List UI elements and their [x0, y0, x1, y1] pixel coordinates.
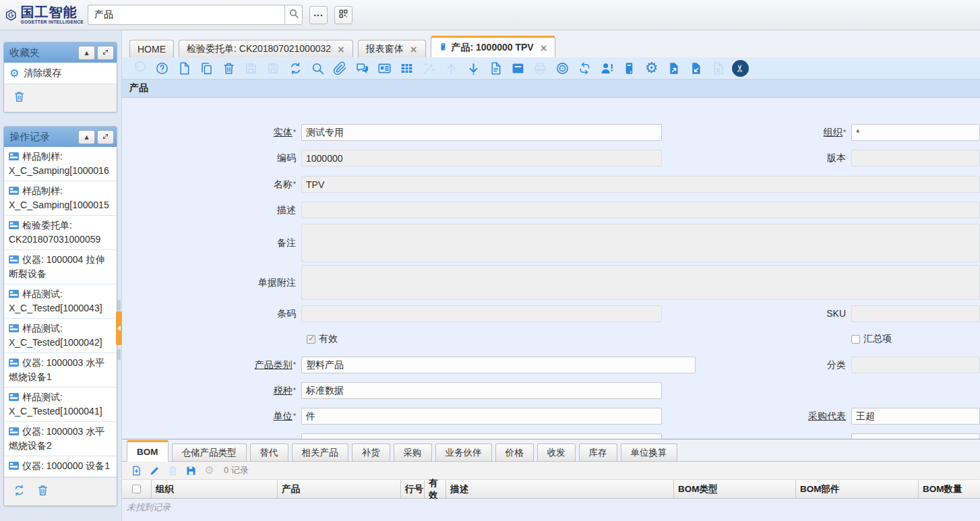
- category-label[interactable]: 产品类别: [122, 357, 301, 373]
- toolbar-person-alert-button[interactable]: [596, 59, 618, 78]
- description-input[interactable]: [301, 202, 980, 218]
- bottom-tab[interactable]: 替代: [250, 443, 288, 461]
- column-header[interactable]: BOM类型: [674, 480, 796, 498]
- top-tab[interactable]: 检验委托单: CK201807021000032×: [179, 40, 353, 57]
- record-item[interactable]: 仪器: 1000000 设备1: [4, 456, 117, 477]
- bottom-tab[interactable]: BOM: [127, 440, 169, 462]
- toolbar-chat-button[interactable]: [351, 59, 373, 78]
- column-header[interactable]: 有效: [425, 480, 446, 498]
- record-item[interactable]: 样品测试: X_C_Tested[1000042]: [4, 319, 117, 353]
- toolbar-help-button[interactable]: [151, 59, 173, 78]
- classification-input[interactable]: [851, 357, 980, 373]
- code-input[interactable]: [301, 150, 662, 166]
- grid-save-button[interactable]: [182, 463, 200, 479]
- bottom-tab[interactable]: 业务伙伴: [435, 443, 492, 461]
- qr-button[interactable]: [334, 6, 353, 24]
- record-item[interactable]: 仪器: 1000004 拉伸断裂设备: [4, 250, 117, 284]
- toolbar-refresh-button[interactable]: [284, 59, 307, 78]
- column-header[interactable]: 描述: [446, 480, 674, 498]
- close-icon[interactable]: ×: [410, 44, 418, 55]
- doc-note-input[interactable]: [301, 265, 980, 300]
- grid-add-record-button[interactable]: [127, 463, 146, 479]
- bottom-tab[interactable]: 单位换算: [621, 443, 677, 461]
- toolbar-new-document-button[interactable]: [173, 59, 195, 78]
- splitter-grip-top[interactable]: [117, 300, 121, 311]
- bottom-tab[interactable]: 收发: [537, 443, 576, 461]
- column-header[interactable]: BOM数量: [919, 480, 980, 498]
- summary-checkbox[interactable]: [851, 335, 860, 344]
- record-item[interactable]: 仪器: 1000003 水平燃烧设备1: [4, 353, 117, 388]
- record-item[interactable]: 样品制样: X_C_Samping[1000015: [4, 181, 117, 216]
- record-item[interactable]: 样品制样: X_C_Samping[1000016: [4, 147, 117, 181]
- column-header[interactable]: BOM部件: [796, 480, 919, 498]
- org-input[interactable]: [851, 124, 980, 141]
- toolbar-workflow-button[interactable]: [574, 59, 596, 78]
- column-header[interactable]: 产品: [278, 480, 401, 498]
- record-item[interactable]: 样品测试: X_C_Tested[1000041]: [4, 388, 117, 422]
- close-icon[interactable]: ×: [540, 42, 548, 53]
- bottom-tab[interactable]: 价格: [495, 443, 534, 461]
- collapse-button[interactable]: ▲: [78, 46, 95, 60]
- barcode-input[interactable]: [301, 305, 662, 322]
- bottom-tab[interactable]: 采购: [394, 443, 432, 461]
- toolbar-archive-button[interactable]: [507, 59, 529, 78]
- toolbar-attachment-button[interactable]: [329, 59, 351, 78]
- toolbar-search-button[interactable]: [307, 59, 329, 78]
- delete-records-button[interactable]: [36, 484, 49, 499]
- version-input[interactable]: [851, 150, 980, 166]
- toolbar-export-document-button[interactable]: [663, 59, 685, 78]
- toolbar-device-button[interactable]: [618, 59, 640, 78]
- column-header[interactable]: 行号: [401, 480, 425, 498]
- expand-button[interactable]: [97, 130, 114, 144]
- record-item[interactable]: 仪器: 1000003 水平燃烧设备2: [4, 422, 117, 456]
- toolbar-copy-button[interactable]: [195, 59, 218, 78]
- toolbar-import-document-button[interactable]: [685, 59, 707, 78]
- column-header[interactable]: 组织: [152, 480, 278, 498]
- sidebar-collapse-handle[interactable]: [116, 311, 122, 345]
- toolbar-pdf-button[interactable]: [485, 59, 507, 78]
- expand-button[interactable]: [97, 46, 114, 60]
- valid-checkbox[interactable]: [307, 335, 315, 344]
- top-tab[interactable]: 产品: 1000000 TPV×: [431, 36, 556, 57]
- unit-input[interactable]: [301, 408, 662, 425]
- name-input[interactable]: [301, 176, 980, 193]
- clipped-field-input[interactable]: [851, 433, 980, 439]
- sku-input[interactable]: [851, 305, 980, 322]
- record-item[interactable]: 检验委托单: CK201807031000059: [4, 216, 117, 250]
- bottom-tab[interactable]: 相关产品: [292, 443, 348, 461]
- clipped-field-input[interactable]: [301, 433, 662, 439]
- tax-input[interactable]: [301, 382, 662, 399]
- bottom-tab[interactable]: 库存: [579, 443, 617, 461]
- buyer-label[interactable]: 采购代表: [662, 408, 851, 425]
- toolbar-delete-button[interactable]: [218, 59, 240, 78]
- toolbar-settings-button[interactable]: ⚙: [640, 59, 663, 78]
- record-item[interactable]: 样品测试: X_C_Tested[1000043]: [4, 284, 117, 319]
- splitter-grip-bottom[interactable]: [117, 349, 121, 360]
- toolbar-move-down-button[interactable]: [462, 59, 485, 78]
- toolbar-grid-view-button[interactable]: [396, 59, 418, 78]
- grid-edit-button[interactable]: [146, 463, 164, 479]
- clear-cache-item[interactable]: ⚙ 清除缓存: [4, 63, 117, 84]
- tax-label[interactable]: 税种: [122, 382, 301, 399]
- bottom-tab[interactable]: 仓储产品类型: [172, 443, 247, 461]
- org-label[interactable]: 组织: [662, 124, 851, 141]
- close-icon[interactable]: ×: [337, 44, 345, 55]
- toolbar-target-button[interactable]: [551, 59, 574, 78]
- entity-input[interactable]: [301, 124, 662, 141]
- top-tab[interactable]: 报表窗体×: [358, 40, 426, 57]
- toolbar-scissors-button[interactable]: ✂: [729, 59, 752, 78]
- global-search-input[interactable]: [88, 5, 284, 25]
- delete-favorite-button[interactable]: [13, 90, 26, 106]
- toolbar-card-view-button[interactable]: [373, 59, 396, 78]
- bottom-tab[interactable]: 补货: [352, 443, 390, 461]
- collapse-button[interactable]: ▲: [78, 130, 95, 144]
- select-all-checkbox[interactable]: [132, 485, 141, 493]
- category-input[interactable]: [301, 357, 696, 373]
- entity-label[interactable]: 实体: [122, 124, 301, 141]
- unit-label[interactable]: 单位: [122, 408, 301, 425]
- search-button[interactable]: [284, 5, 303, 25]
- more-button[interactable]: ...: [309, 6, 328, 24]
- buyer-input[interactable]: [851, 408, 980, 425]
- remark-input[interactable]: [301, 224, 980, 262]
- top-tab[interactable]: HOME: [129, 40, 174, 57]
